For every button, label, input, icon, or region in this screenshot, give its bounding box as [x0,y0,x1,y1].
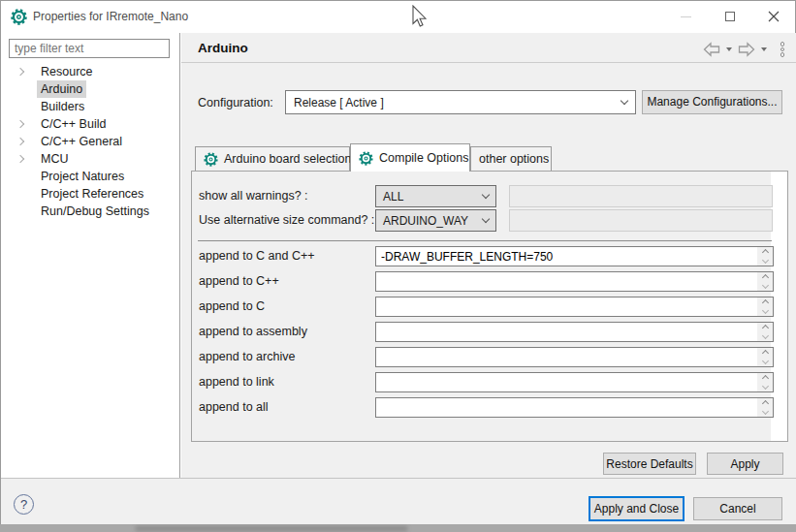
append-c-input[interactable] [376,297,757,316]
forward-history-dropdown-icon[interactable] [761,47,767,51]
chevron-down-icon [482,215,490,223]
sidebar-item-cpp-build[interactable]: C/C++ Build [2,115,179,133]
append-archive-field-wrap [375,347,774,367]
compile-options-form: show all warnings? : ALL Use alternative… [192,172,771,441]
title-bar: Properties for IRremote_Nano [1,1,795,33]
chevron-right-icon[interactable] [16,120,24,128]
append-archive-label: append to archive [199,350,295,363]
sidebar: Resource Arduino Builders C/C++ Build C/… [2,33,180,478]
sidebar-item-cpp-general[interactable]: C/C++ General [2,133,179,150]
back-arrow-icon[interactable] [703,42,720,57]
sidebar-item-project-references[interactable]: Project References [2,185,179,203]
scroll-arrows-icon[interactable] [757,348,773,366]
cancel-button[interactable]: Cancel [693,497,782,520]
append-assembly-input[interactable] [376,323,757,341]
append-cpp-field-wrap [375,271,774,292]
chevron-right-icon[interactable] [16,68,24,76]
separator [198,240,772,241]
configuration-value: Release [ Active ] [294,96,384,110]
chevron-right-icon[interactable] [16,155,24,163]
sidebar-item-project-natures[interactable]: Project Natures [2,168,179,185]
page-header: Arduino [181,33,796,63]
help-icon[interactable]: ? [14,494,34,515]
chevron-right-icon[interactable] [16,138,24,145]
minimize-icon[interactable] [664,1,708,32]
append-c-field-wrap [375,297,774,317]
manage-configurations-button[interactable]: Manage Configurations... [642,90,782,114]
append-c-cpp-label: append to C and C++ [199,249,315,263]
scroll-arrows-icon[interactable] [757,247,773,266]
dialog-button-bar: ? Apply and Close Cancel [1,478,796,524]
tab-compile-options[interactable]: Compile Options [350,143,470,172]
append-c-cpp-input[interactable] [376,247,757,266]
main-panel: Arduino Configuration: Release [ Active … [181,33,796,478]
restore-defaults-button[interactable]: Restore Defaults [603,453,696,475]
append-all-input[interactable] [376,398,757,417]
append-link-input[interactable] [376,373,757,391]
forward-arrow-icon[interactable] [738,42,755,57]
append-cpp-label: append to C++ [199,274,279,288]
warnings-extra-field [509,185,773,207]
scroll-arrows-icon[interactable] [757,373,773,391]
append-all-label: append to all [199,400,269,414]
append-cpp-input[interactable] [376,272,757,291]
gear-icon [359,151,373,166]
warnings-label: show all warnings? : [199,189,308,203]
size-command-label: Use alternative size command? : [199,213,374,227]
gear-icon [11,9,27,25]
compile-options-panel: show all warnings? : ALL Use alternative… [191,171,788,442]
size-command-select[interactable]: ARDUINO_WAY [375,209,496,232]
back-history-dropdown-icon[interactable] [726,47,732,51]
sidebar-item-mcu[interactable]: MCU [2,150,179,168]
chevron-down-icon [482,191,490,199]
append-assembly-field-wrap [375,322,774,342]
size-command-extra-field [509,209,773,232]
append-link-label: append to link [199,375,274,389]
chevron-down-icon [621,97,628,105]
window-title: Properties for IRremote_Nano [33,10,188,23]
sidebar-item-run-debug[interactable]: Run/Debug Settings [2,203,179,220]
gear-icon [204,152,218,167]
tab-arduino-board-selection[interactable]: Arduino board selection [195,146,350,171]
configuration-select[interactable]: Release [ Active ] [285,90,636,114]
append-link-field-wrap [375,372,774,392]
append-c-cpp-field-wrap [375,246,774,266]
append-c-label: append to C [199,299,265,313]
sidebar-item-resource[interactable]: Resource [2,63,179,80]
background-window-strip [0,524,796,532]
scroll-arrows-icon[interactable] [757,272,773,291]
sidebar-item-builders[interactable]: Builders [2,98,179,115]
append-all-field-wrap [375,397,774,418]
tab-other-options[interactable]: other options [470,146,552,171]
warnings-select[interactable]: ALL [375,185,496,207]
apply-and-close-button[interactable]: Apply and Close [589,496,685,521]
scroll-arrows-icon[interactable] [757,398,773,417]
scroll-arrows-icon[interactable] [757,323,773,341]
filter-input[interactable] [9,39,170,58]
append-assembly-label: append to assembly [199,325,307,338]
close-icon[interactable] [751,1,795,32]
properties-dialog: Properties for IRremote_Nano Resource Ar… [0,0,796,532]
view-menu-icon[interactable] [780,42,785,57]
append-archive-input[interactable] [376,348,757,366]
sidebar-item-arduino[interactable]: Arduino [2,80,179,98]
page-title: Arduino [198,41,248,55]
scroll-arrows-icon[interactable] [757,297,773,316]
configuration-label: Configuration: [198,96,273,110]
apply-button[interactable]: Apply [707,453,783,475]
properties-tree: Resource Arduino Builders C/C++ Build C/… [2,63,179,220]
maximize-icon[interactable] [708,1,751,32]
